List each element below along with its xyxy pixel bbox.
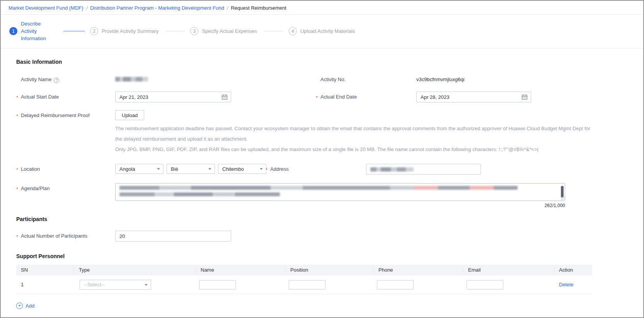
address-input[interactable] [366,164,481,175]
step-4-circle: 4 [289,27,297,35]
section-title-basic-information: Basic Information [16,59,643,65]
step-4-label: Upload Activity Materials [300,28,355,34]
address-redacted-value [370,167,414,172]
step-wizard: 1 Describe Activity Information 2 Provid… [1,15,643,49]
breadcrumb: Market Development Fund (MDF) / Distribu… [1,1,643,15]
textarea-resize-grip[interactable] [561,197,564,200]
breadcrumb-link-program[interactable]: Distribution Partner Program - Marketing… [90,5,224,11]
calendar-icon[interactable] [221,94,228,101]
step-3-label: Specify Actual Expenses [202,28,257,34]
row-sn-value: 1 [16,282,74,287]
add-label: Add [26,303,34,309]
row-phone-input[interactable] [377,280,414,289]
agenda-redacted-line [119,192,280,196]
step-3-circle: 3 [190,27,198,35]
column-header-type: Type [74,267,196,273]
step-connector-active [63,31,85,31]
plus-circle-icon: + [16,303,23,309]
row-email-input[interactable] [467,280,503,289]
proof-hint-filetypes: Only JPG, BMP, PNG, GIF, PDF, ZIP, and R… [115,144,596,155]
step-1-label: Describe Activity Information [21,20,56,42]
help-icon[interactable]: ? [54,78,59,83]
actual-start-date-input[interactable]: Apr 21, 2023 [115,92,231,102]
column-header-sn: SN [16,267,74,273]
activity-no-value: v3c9bcfnmvmjluxg6qi [416,74,464,83]
chevron-down-icon [260,168,263,170]
chevron-down-icon [208,168,211,170]
breadcrumb-separator: / [85,5,88,11]
agenda-plan-label: Agenda/Plan [16,183,115,192]
calendar-icon[interactable] [521,94,528,101]
breadcrumb-separator: / [226,5,228,11]
app-window: Market Development Fund (MDF) / Distribu… [0,0,644,318]
actual-end-date-input[interactable]: Apr 28, 2023 [416,92,531,102]
breadcrumb-current: Request Reimbursement [231,5,286,11]
upload-button[interactable]: Upload [115,110,144,120]
activity-name-redacted-value [115,77,148,82]
column-header-position: Position [286,267,374,273]
textarea-scrollbar-thumb[interactable] [561,186,564,197]
section-title-support-personnel: Support Personnel [16,253,643,259]
actual-number-of-participants-label: Actual Number of Participants [16,231,115,239]
location-country-select[interactable]: Angola [115,164,164,174]
row-name-input[interactable] [199,280,236,289]
chevron-down-icon [145,284,148,286]
location-city-select[interactable]: Chitembo [218,164,266,174]
row-delete-link[interactable]: Delete [559,282,574,287]
actual-start-date-label: Actual Start Date [16,92,115,102]
column-header-email: Email [463,267,554,273]
step-2-label: Provide Activity Summary [102,28,158,34]
row-position-input[interactable] [289,280,325,289]
delayed-reimbursement-proof-label: Delayed Reimbursement Proof [16,110,115,119]
step-connector [165,31,185,31]
activity-no-label: Activity No. [316,74,416,83]
column-header-action: Action [554,267,592,273]
location-label: Location [16,164,115,174]
actual-end-date-label: Actual End Date [316,92,416,102]
agenda-plan-textarea[interactable] [115,183,565,201]
step-2-circle: 2 [90,27,98,35]
table-header-row: SN Type Name Position Phone Email Action [16,265,592,275]
column-header-phone: Phone [374,267,463,273]
table-row: 1 --Select-- Delete [16,275,592,294]
address-label: Address [266,164,366,175]
column-header-name: Name [196,267,286,273]
support-personnel-table: SN Type Name Position Phone Email Action… [16,265,592,294]
agenda-character-counter: 262/1,000 [115,203,565,208]
participants-count-input[interactable]: 20 [115,231,231,241]
row-type-select[interactable]: --Select-- [80,280,151,290]
step-1-circle: 1 [9,27,17,35]
add-row-button[interactable]: + Add [16,303,643,309]
step-connector [264,31,283,31]
location-province-select[interactable]: Bié [167,164,215,174]
agenda-redacted-line [119,186,518,190]
proof-hint-deadline: The reimbursement application deadline h… [115,123,596,144]
breadcrumb-link-mdf[interactable]: Market Development Fund (MDF) [9,5,83,11]
activity-name-label: Activity Name? [16,74,115,83]
chevron-down-icon [157,168,160,170]
section-title-participants: Participants [16,216,643,222]
